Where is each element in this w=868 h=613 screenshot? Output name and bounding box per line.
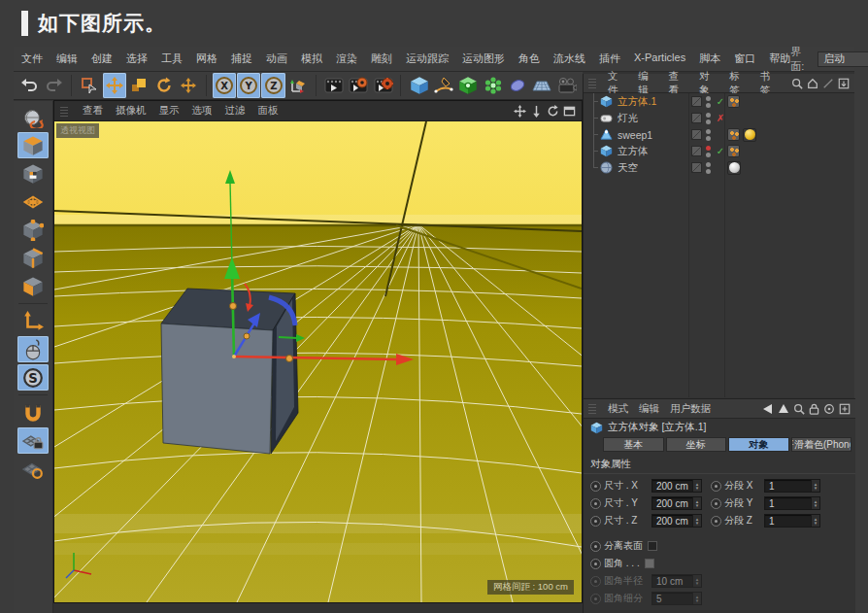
toggle-view-icon[interactable] [563, 105, 576, 118]
rotate-tool-button[interactable] [151, 73, 175, 98]
path-icon[interactable] [822, 78, 834, 89]
menu-item[interactable]: 运动跟踪 [406, 51, 449, 66]
enable-toggle[interactable]: ✗ [715, 113, 726, 123]
live-selection-button[interactable] [78, 73, 101, 98]
axis-mode-button[interactable] [17, 308, 49, 334]
edit-render-settings-button[interactable] [371, 73, 394, 98]
dolly-view-icon[interactable] [530, 105, 543, 118]
keyframe-dot-icon[interactable] [590, 559, 601, 569]
grip-icon[interactable] [60, 105, 68, 117]
stepper-icon[interactable]: ▴▾ [811, 497, 819, 509]
dock-icon[interactable] [838, 78, 850, 89]
lock-y-axis-button[interactable]: Y [237, 73, 260, 98]
am-menu-item[interactable]: 模式 [608, 402, 628, 416]
visibility-dots[interactable] [706, 129, 711, 141]
lock-icon[interactable] [809, 403, 819, 415]
grip-icon[interactable] [588, 403, 596, 414]
add-volume-button[interactable] [506, 73, 529, 98]
menu-item[interactable]: 编辑 [56, 51, 78, 66]
phong-tag-icon[interactable] [727, 95, 740, 108]
object-name[interactable]: 天空 [618, 161, 638, 175]
viewport-menu-item[interactable]: 查看 [83, 104, 103, 118]
enable-toggle[interactable]: ✓ [715, 96, 726, 107]
segments-x-field[interactable]: 1▴▾ [764, 479, 820, 493]
add-generator-button[interactable] [456, 73, 480, 98]
polygons-mode-button[interactable] [17, 273, 49, 299]
am-menu-item[interactable]: 编辑 [639, 402, 659, 416]
add-cube-button[interactable] [407, 73, 430, 98]
target-icon[interactable] [823, 403, 835, 415]
magnet-snap-button[interactable] [17, 399, 49, 426]
menu-item[interactable]: 渲染 [336, 51, 357, 66]
menu-item[interactable]: 帮助 [769, 51, 790, 66]
keyframe-dot-icon[interactable] [590, 498, 601, 509]
coord-system-button[interactable] [286, 73, 310, 98]
render-view-button[interactable] [322, 73, 346, 98]
attribute-tab[interactable]: 对象 [728, 437, 789, 452]
menu-item[interactable]: 角色 [518, 51, 540, 66]
object-row-sky[interactable]: 天空 [584, 159, 854, 176]
lock-z-axis-button[interactable]: Z [261, 73, 284, 98]
viewport-menu-item[interactable]: 过滤 [225, 104, 246, 118]
menu-item[interactable]: 流水线 [553, 51, 585, 66]
visibility-dots[interactable] [706, 162, 711, 174]
stepper-icon[interactable]: ▴▾ [692, 497, 701, 509]
render-settings-button[interactable] [347, 73, 370, 98]
menu-item[interactable]: 模拟 [301, 51, 322, 66]
keyframe-dot-icon[interactable] [711, 481, 721, 492]
texture-mode-button[interactable] [17, 160, 49, 187]
stepper-icon[interactable]: ▴▾ [811, 515, 819, 527]
attribute-tab[interactable]: 平滑着色(Phong) [791, 437, 852, 452]
segments-y-field[interactable]: 1▴▾ [764, 496, 820, 510]
keyframe-dot-icon[interactable] [711, 498, 721, 509]
menu-item[interactable]: X-Particles [634, 51, 685, 66]
layer-chip-icon[interactable] [691, 96, 702, 107]
workplane-lock-button[interactable] [17, 427, 49, 454]
size-y-field[interactable]: 200 cm▴▾ [651, 496, 702, 510]
stepper-icon[interactable]: ▴▾ [692, 515, 701, 527]
viewport-canvas[interactable]: 透视视图 网格间距 : 100 cm [54, 121, 582, 602]
material-tag-icon[interactable] [727, 161, 741, 175]
workplane-mode-button[interactable] [17, 188, 49, 215]
object-name[interactable]: 立方体.1 [618, 95, 656, 109]
keyframe-dot-icon[interactable] [590, 516, 601, 527]
grip-icon[interactable] [588, 78, 596, 88]
add-environment-button[interactable] [530, 73, 553, 98]
visibility-dots[interactable] [706, 113, 711, 124]
viewport-menu-item[interactable]: 摄像机 [116, 104, 147, 118]
keyframe-dot-icon[interactable] [590, 481, 601, 492]
menu-item[interactable]: 工具 [161, 51, 183, 66]
move-tool-button[interactable] [103, 73, 126, 98]
visibility-dots[interactable] [706, 146, 711, 157]
object-name[interactable]: 立方体 [618, 145, 649, 158]
search-icon[interactable] [793, 403, 805, 415]
menu-item[interactable]: 运动图形 [462, 51, 505, 66]
menu-item[interactable]: 捕捉 [231, 51, 252, 66]
layer-chip-icon[interactable] [691, 162, 702, 173]
navigate-up-icon[interactable] [778, 403, 789, 415]
viewport-menu-item[interactable]: 选项 [192, 104, 213, 118]
object-row-cube[interactable]: 立方体 ✓ [584, 143, 854, 159]
add-deformer-button[interactable] [481, 73, 504, 98]
menu-item[interactable]: 选择 [126, 51, 148, 66]
make-editable-button[interactable] [17, 104, 49, 130]
stepper-icon[interactable]: ▴▾ [692, 480, 701, 492]
attribute-tab[interactable]: 坐标 [666, 437, 727, 452]
layer-chip-icon[interactable] [691, 113, 702, 123]
object-name[interactable]: 灯光 [618, 112, 638, 125]
material-tag-icon[interactable] [743, 128, 756, 142]
interface-dropdown[interactable]: 启动 ▼ [818, 51, 868, 67]
viewport-menu-item[interactable]: 面板 [258, 104, 279, 118]
object-row-light[interactable]: 灯光 ✗ [584, 110, 854, 126]
stepper-icon[interactable]: ▴▾ [811, 480, 819, 492]
pan-view-icon[interactable] [514, 105, 526, 118]
menu-item[interactable]: 文件 [21, 51, 43, 66]
last-tool-button[interactable] [177, 73, 200, 98]
history-back-icon[interactable] [760, 403, 774, 415]
attribute-tab[interactable]: 基本 [603, 437, 664, 452]
workplane-grid-button[interactable] [17, 456, 49, 482]
menu-item[interactable]: 动画 [266, 51, 287, 66]
layer-chip-icon[interactable] [691, 129, 702, 140]
fillet-checkbox[interactable] [645, 559, 654, 568]
enable-toggle[interactable]: ✓ [715, 146, 726, 156]
